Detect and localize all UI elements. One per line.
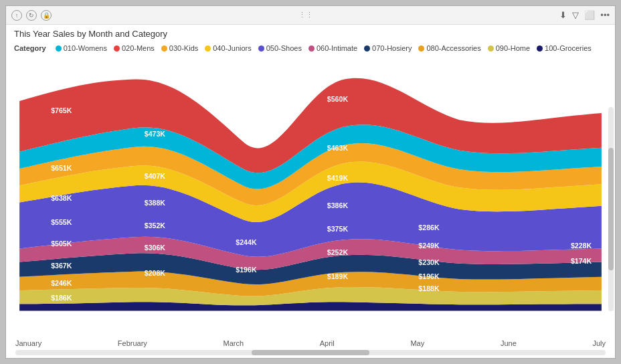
- stream-svg: $765K $651K $638K $555K $505K $367K $246…: [13, 54, 608, 338]
- label-apr-375k: $375K: [327, 225, 349, 233]
- scrollbar-horizontal-thumb[interactable]: [252, 350, 369, 355]
- label-feb-306k: $306K: [145, 244, 166, 252]
- main-window: ↑ ↻ 🔒 ⋮⋮ ⬇ ▽ ⬜ ••• This Year Sales by Mo…: [5, 5, 616, 359]
- label-jan-651k: $651K: [51, 164, 72, 172]
- axis-label-april: April: [320, 339, 335, 347]
- drag-handle: ⋮⋮: [298, 11, 313, 19]
- titlebar-right: ⬇ ▽ ⬜ •••: [559, 10, 610, 20]
- legend-text-accessories: 080-Accessories: [426, 44, 480, 52]
- axis-label-february: February: [118, 339, 147, 347]
- legend-item-juniors: 040-Juniors: [205, 44, 251, 52]
- legend-text-intimate: 060-Intimate: [317, 44, 357, 52]
- refresh-icon[interactable]: ↻: [26, 10, 37, 21]
- label-mar-196k: $196K: [236, 266, 257, 274]
- label-mar-244k: $244K: [236, 238, 257, 246]
- legend-item-shoes: 050-Shoes: [258, 44, 302, 52]
- legend-dot-intimate: [308, 46, 315, 52]
- label-feb-352k: $352K: [145, 221, 166, 230]
- filter-icon[interactable]: ▽: [572, 10, 579, 20]
- legend-text-shoes: 050-Shoes: [266, 44, 302, 52]
- legend-text-kids: 030-Kids: [169, 44, 198, 52]
- label-jul-228k: $228K: [571, 242, 592, 250]
- label-apr-252k: $252K: [327, 248, 349, 256]
- axis-label-january: January: [15, 339, 41, 347]
- label-may-230k: $230K: [418, 258, 440, 266]
- legend-dot-shoes: [258, 46, 264, 52]
- label-may-188k: $188K: [418, 284, 440, 292]
- label-feb-208k: $208K: [145, 269, 166, 277]
- legend-text-mens: 020-Mens: [122, 44, 155, 52]
- label-jul-174k: $174K: [571, 257, 592, 265]
- axis-label-march: March: [224, 339, 244, 347]
- legend-dot-groceries: [537, 46, 543, 52]
- label-feb-407k: $407K: [145, 172, 166, 180]
- label-jan-765k: $765K: [51, 106, 72, 114]
- label-jan-367k: $367K: [51, 262, 72, 270]
- chart-title: This Year Sales by Month and Category: [14, 29, 607, 39]
- label-jan-186k: $186K: [51, 294, 72, 302]
- label-apr-560k: $560K: [327, 95, 349, 103]
- legend-item-groceries: 100-Groceries: [537, 44, 592, 52]
- axis-label-june: June: [501, 339, 517, 347]
- legend-text-home: 090-Home: [496, 44, 530, 52]
- download-icon[interactable]: ⬇: [559, 10, 567, 20]
- scrollbar-horizontal[interactable]: [15, 350, 606, 355]
- axis-label-may: May: [410, 339, 424, 347]
- legend-text-hosiery: 070-Hosiery: [372, 44, 412, 52]
- scrollbar-vertical-thumb[interactable]: [608, 148, 614, 270]
- legend-item-home: 090-Home: [488, 44, 530, 52]
- label-apr-463k: $463K: [327, 144, 349, 152]
- label-feb-388k: $388K: [145, 199, 166, 207]
- lock-icon[interactable]: 🔒: [41, 10, 52, 21]
- label-jan-246k: $246K: [51, 279, 72, 287]
- legend-text-groceries: 100-Groceries: [545, 44, 592, 52]
- legend-text-womens: 010-Womens: [64, 44, 107, 52]
- legend: Category 010-Womens 020-Mens 030-Kids 04…: [6, 41, 615, 54]
- titlebar: ↑ ↻ 🔒 ⋮⋮ ⬇ ▽ ⬜ •••: [6, 6, 615, 25]
- chart-area: $765K $651K $638K $555K $505K $367K $246…: [6, 54, 615, 338]
- legend-dot-hosiery: [364, 46, 370, 52]
- legend-dot-womens: [56, 46, 62, 52]
- legend-item-kids: 030-Kids: [161, 44, 198, 52]
- legend-dot-kids: [161, 46, 167, 52]
- label-may-286k: $286K: [418, 223, 440, 232]
- label-feb-473k: $473K: [145, 130, 166, 138]
- legend-item-womens: 010-Womens: [56, 44, 107, 52]
- more-icon[interactable]: •••: [600, 10, 610, 20]
- label-apr-419k: $419K: [327, 174, 349, 182]
- legend-text-juniors: 040-Juniors: [213, 44, 251, 52]
- label-apr-386k: $386K: [327, 201, 349, 209]
- legend-item-accessories: 080-Accessories: [418, 44, 480, 52]
- titlebar-left: ↑ ↻ 🔒: [11, 10, 52, 21]
- chart-header: This Year Sales by Month and Category: [6, 25, 615, 41]
- legend-item-intimate: 060-Intimate: [308, 44, 357, 52]
- label-jan-638k: $638K: [51, 194, 72, 202]
- label-jan-505k: $505K: [51, 240, 72, 248]
- up-icon[interactable]: ↑: [11, 10, 22, 21]
- label-may-196k: $196K: [418, 272, 440, 280]
- axis-label-july: July: [592, 339, 606, 347]
- legend-item-mens: 020-Mens: [114, 44, 155, 52]
- label-jan-555k: $555K: [51, 218, 72, 226]
- legend-dot-mens: [114, 46, 120, 52]
- legend-dot-accessories: [418, 46, 424, 52]
- legend-dot-home: [488, 46, 494, 52]
- legend-dot-juniors: [205, 46, 211, 52]
- legend-label: Category: [14, 44, 46, 52]
- axis-labels: January February March April May June Ju…: [6, 338, 615, 350]
- label-may-249k: $249K: [418, 242, 440, 250]
- label-apr-189k: $189K: [327, 272, 349, 280]
- legend-item-hosiery: 070-Hosiery: [364, 44, 412, 52]
- expand-icon[interactable]: ⬜: [584, 10, 595, 20]
- scrollbar-vertical[interactable]: [608, 107, 614, 311]
